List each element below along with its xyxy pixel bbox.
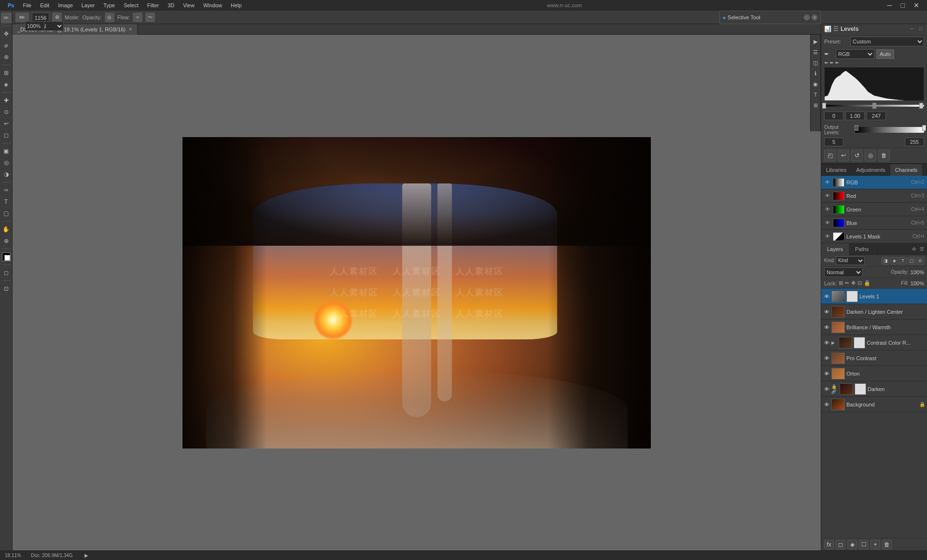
layer-eye-darken[interactable]: 👁 <box>823 386 830 392</box>
panel-collapse-btn[interactable]: ─ <box>909 26 915 32</box>
crop-tool[interactable]: ⊞ <box>1 68 12 78</box>
shadow-handle[interactable] <box>822 103 826 109</box>
eyedropper-shadow[interactable]: ✒ <box>824 60 829 66</box>
blend-mode-select[interactable]: Normal <box>824 267 863 277</box>
close-btn[interactable]: ✕ <box>910 0 923 10</box>
filter-type-btn[interactable]: T <box>899 257 907 265</box>
channel-row-green[interactable]: 👁 Green Ctrl+4 <box>821 203 927 216</box>
eyedropper-highlight[interactable]: ✒ <box>835 60 839 66</box>
input-slider[interactable] <box>824 105 924 107</box>
channel-eye-red[interactable]: 👁 <box>824 193 831 199</box>
right-extra-btn[interactable]: ⊞ <box>811 100 820 110</box>
background-color[interactable] <box>4 255 10 261</box>
document-tab-close[interactable]: ✕ <box>128 27 132 32</box>
shadow-input[interactable] <box>824 112 843 120</box>
filter-smart-btn[interactable]: ⊙ <box>916 257 924 265</box>
channel-row-red[interactable]: 👁 Red Ctrl+3 <box>821 189 927 203</box>
clip-to-layer-btn[interactable]: ◰ <box>824 150 836 161</box>
brush-size-value[interactable]: 1156 <box>32 13 49 22</box>
channel-eye-blue[interactable]: 👁 <box>824 220 831 226</box>
filter-select[interactable]: Kind <box>836 256 865 265</box>
lock-checkerboard-btn[interactable]: ⊞ <box>839 280 843 286</box>
channel-row-mask[interactable]: 👁 Levels 1 Mask Ctrl+\ <box>821 230 927 243</box>
previous-state-btn[interactable]: ↩ <box>838 150 849 161</box>
right-arrow-btn[interactable]: ▶ <box>811 37 820 46</box>
layer-row-brilliance[interactable]: 👁 Brilliance / Warmth <box>821 320 927 335</box>
menu-view[interactable]: View <box>179 1 198 9</box>
channel-select[interactable]: RGB Red Green Blue <box>836 49 874 59</box>
highlight-input[interactable] <box>867 112 886 120</box>
preset-select[interactable]: Custom <box>850 37 924 46</box>
delete-layer-btn[interactable]: 🗑 <box>882 540 892 549</box>
layer-row-contrast-color[interactable]: 👁 ▶ Contrast Color R... <box>821 335 927 350</box>
foreground-color[interactable] <box>2 252 11 261</box>
highlight-handle[interactable] <box>919 103 923 109</box>
new-layer-btn[interactable]: + <box>871 540 880 549</box>
filter-shape-btn[interactable]: ▢ <box>908 257 915 265</box>
menu-3d[interactable]: 3D <box>164 1 178 9</box>
flow-input[interactable] <box>25 21 44 31</box>
tab-channels[interactable]: Channels <box>890 164 922 176</box>
channel-eye-green[interactable]: 👁 <box>824 206 831 213</box>
channel-eye-rgb[interactable]: 👁 <box>824 179 831 186</box>
layer-eye-background[interactable]: 👁 <box>823 401 830 408</box>
screen-mode[interactable]: ⊡ <box>1 283 12 294</box>
layer-eye-brilliance[interactable]: 👁 <box>823 324 830 331</box>
eraser-tool[interactable]: ◻ <box>1 130 12 140</box>
midtone-handle[interactable] <box>872 103 876 109</box>
filter-adjustment-btn[interactable]: ◈ <box>890 257 898 265</box>
output-min-input[interactable] <box>824 138 843 146</box>
layer-row-darken-lighten[interactable]: 👁 Darken / Lighten Center <box>821 304 927 320</box>
pen-tool[interactable]: ✑ <box>1 185 12 196</box>
group-expand-icon[interactable]: ▶ <box>831 340 837 345</box>
output-shadow-handle[interactable] <box>855 125 858 131</box>
status-arrow[interactable]: ▶ <box>84 553 88 558</box>
panel-expand-btn[interactable]: □ <box>917 26 924 32</box>
right-info-btn[interactable]: ℹ <box>811 69 820 78</box>
maximize-btn[interactable]: □ <box>897 0 909 10</box>
auto-btn[interactable]: Auto <box>876 49 894 59</box>
history-brush[interactable]: ↩ <box>1 118 12 129</box>
tab-layers[interactable]: Layers <box>821 243 849 255</box>
window-maximize-btn[interactable]: □ <box>804 14 810 20</box>
hand-tool[interactable]: ✋ <box>1 224 12 235</box>
brush-preset-picker[interactable]: ✏ <box>15 13 29 22</box>
gamma-input[interactable] <box>845 112 865 120</box>
airbrush-icon[interactable]: ≈ <box>133 13 142 22</box>
layer-row-background[interactable]: 👁 Background 🔒 <box>821 397 927 412</box>
toggle-visibility-btn[interactable]: ◎ <box>865 150 876 161</box>
menu-file[interactable]: File <box>19 1 35 9</box>
menu-layer[interactable]: Layer <box>78 1 99 9</box>
move-tool[interactable]: ✥ <box>1 28 12 39</box>
lock-position-btn[interactable]: ✥ <box>851 280 856 286</box>
layer-row-orton[interactable]: 👁 Orton <box>821 366 927 381</box>
layer-row-levels1[interactable]: 👁 Levels 1 <box>821 289 927 304</box>
menu-image[interactable]: Image <box>54 1 77 9</box>
right-type-btn[interactable]: T <box>811 90 820 99</box>
brush-settings-icon[interactable]: ⚙ <box>52 13 62 22</box>
filter-pixel-btn[interactable]: ◨ <box>882 257 889 265</box>
magic-wand-tool[interactable]: ⊛ <box>1 52 12 62</box>
channel-row-blue[interactable]: 👁 Blue Ctrl+5 <box>821 216 927 230</box>
layer-eye-procontrast[interactable]: 👁 <box>823 355 830 362</box>
smoothing-icon[interactable]: 〜 <box>145 13 155 22</box>
eyedropper-midtone[interactable]: ✒ <box>829 60 834 66</box>
quick-mask[interactable]: ◻ <box>1 267 12 278</box>
layer-row-darken[interactable]: 👁 🔒 🔗 Darken <box>821 381 927 397</box>
lock-all-btn[interactable]: 🔒 <box>864 280 871 286</box>
output-highlight-handle[interactable] <box>922 125 926 131</box>
text-tool[interactable]: T <box>1 196 12 207</box>
lasso-tool[interactable]: ⌀ <box>1 40 12 51</box>
clone-tool[interactable]: ⊙ <box>1 107 12 117</box>
layer-row-procontrast[interactable]: 👁 Pro Contrast <box>821 350 927 366</box>
right-layers-btn[interactable]: ☰ <box>811 47 820 57</box>
menu-help[interactable]: Help <box>227 1 246 9</box>
gradient-tool[interactable]: ▣ <box>1 146 12 156</box>
tab-adjustments[interactable]: Adjustments <box>851 164 890 176</box>
fill-value[interactable]: 100% <box>911 280 924 286</box>
menu-filter[interactable]: Filter <box>143 1 163 9</box>
levels-eyedropper-shadow[interactable]: ✒ <box>824 51 834 57</box>
menu-edit[interactable]: Edit <box>36 1 53 9</box>
dodge-tool[interactable]: ◑ <box>1 169 12 180</box>
menu-type[interactable]: Type <box>99 1 119 9</box>
